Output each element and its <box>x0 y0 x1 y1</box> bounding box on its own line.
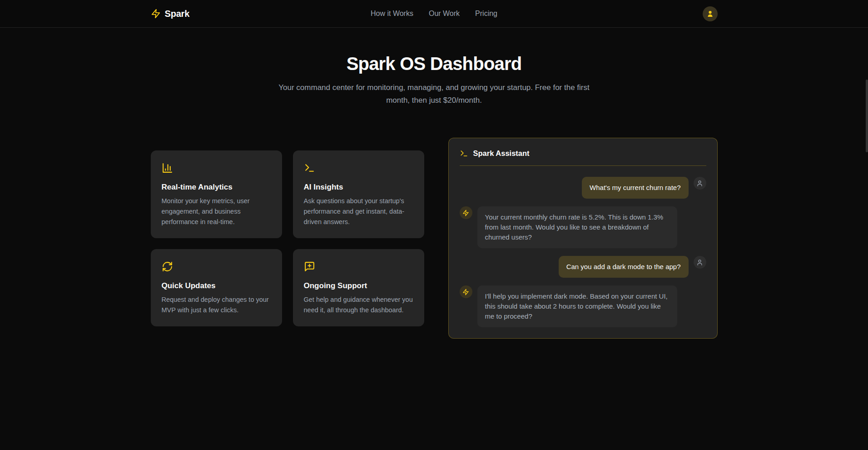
nav-link-how-it-works[interactable]: How it Works <box>371 10 413 18</box>
page-scrollbar-track <box>865 0 868 450</box>
zap-icon <box>462 210 469 216</box>
assistant-message-bubble: Your current monthly churn rate is 5.2%.… <box>477 206 677 248</box>
feature-grid: Real-time Analytics Monitor your key met… <box>151 150 424 326</box>
feature-description: Request and deploy changes to your MVP w… <box>162 295 271 315</box>
nav-link-our-work[interactable]: Our Work <box>429 10 460 18</box>
spark-assistant-panel: Spark Assistant What's my current churn … <box>448 138 718 339</box>
user-avatar <box>694 256 706 269</box>
assistant-panel-title: Spark Assistant <box>473 149 530 158</box>
user-icon <box>696 259 703 266</box>
chat-message-assistant: I'll help you implement dark mode. Based… <box>460 285 706 327</box>
feature-title: AI Insights <box>304 183 413 192</box>
feature-description: Ask questions about your startup's perfo… <box>304 196 413 227</box>
brand-name: Spark <box>165 9 190 19</box>
feature-description: Get help and guidance whenever you need … <box>304 295 413 315</box>
assistant-avatar <box>460 285 472 298</box>
feature-title: Ongoing Support <box>304 281 413 290</box>
zap-icon <box>462 289 469 295</box>
chat-message-list: What's my current churn rate? Your curre… <box>460 177 706 327</box>
bar-chart-icon <box>162 162 173 174</box>
feature-title: Real-time Analytics <box>162 183 271 192</box>
user-icon <box>696 180 703 187</box>
nav-link-pricing[interactable]: Pricing <box>475 10 497 18</box>
chat-message-assistant: Your current monthly churn rate is 5.2%.… <box>460 206 706 248</box>
top-nav-bar: Spark How it Works Our Work Pricing <box>0 0 868 28</box>
feature-card-realtime-analytics: Real-time Analytics Monitor your key met… <box>151 150 282 238</box>
user-message-bubble: Can you add a dark mode to the app? <box>559 256 689 278</box>
user-icon <box>706 10 714 18</box>
assistant-message-bubble: I'll help you implement dark mode. Based… <box>477 285 677 327</box>
feature-description: Monitor your key metrics, user engagemen… <box>162 196 271 227</box>
page-scrollbar-thumb[interactable] <box>866 80 868 152</box>
page-title: Spark OS Dashboard <box>0 54 868 74</box>
page-subtitle: Your command center for monitoring, mana… <box>278 81 591 107</box>
feature-card-ai-insights: AI Insights Ask questions about your sta… <box>293 150 424 238</box>
account-avatar-button[interactable] <box>703 6 718 21</box>
terminal-icon <box>460 149 468 158</box>
feature-card-quick-updates: Quick Updates Request and deploy changes… <box>151 249 282 326</box>
feature-title: Quick Updates <box>162 281 271 290</box>
chat-message-user: Can you add a dark mode to the app? <box>460 256 706 278</box>
assistant-avatar <box>460 206 472 219</box>
user-message-bubble: What's my current churn rate? <box>582 177 688 199</box>
main-content: Real-time Analytics Monitor your key met… <box>151 138 718 339</box>
refresh-icon <box>162 261 173 272</box>
main-nav: How it Works Our Work Pricing <box>371 10 497 18</box>
chat-message-user: What's my current churn rate? <box>460 177 706 199</box>
brand-logo[interactable]: Spark <box>151 9 190 19</box>
assistant-panel-header: Spark Assistant <box>460 149 706 166</box>
hero-section: Spark OS Dashboard Your command center f… <box>0 28 868 107</box>
zap-icon <box>151 9 161 19</box>
user-avatar <box>694 177 706 190</box>
feature-card-ongoing-support: Ongoing Support Get help and guidance wh… <box>293 249 424 326</box>
terminal-icon <box>304 162 315 174</box>
message-plus-icon <box>304 261 315 272</box>
